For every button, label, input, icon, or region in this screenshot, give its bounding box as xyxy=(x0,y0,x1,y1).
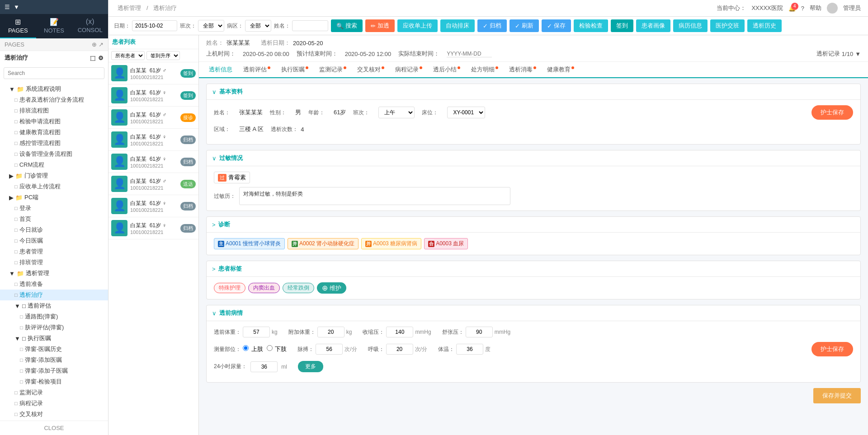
tab-education[interactable]: 健康教育 xyxy=(542,62,580,77)
list-item[interactable]: 👤 白某某 61岁 ♀ 100100218221 签到 xyxy=(108,84,198,107)
list-item[interactable]: 👤 白某某 61岁 ♀ 100100218221 归档 xyxy=(108,195,198,217)
tree-item-cross-check[interactable]: □ 交叉核对 xyxy=(0,409,108,420)
tab-case-record[interactable]: 病程记录 xyxy=(390,62,428,77)
tree-group-exec-order[interactable]: ▼ □ 执行医嘱 xyxy=(0,333,108,344)
list-item[interactable]: 👤 白某某 61岁 ♂ 100100218221 接诊 xyxy=(108,107,198,129)
tree-group-clinic[interactable]: ▶ 📁 门诊管理 xyxy=(0,170,108,181)
shift-select[interactable]: 全部 xyxy=(198,20,224,32)
upper-arm-radio[interactable] xyxy=(243,345,249,351)
more-button[interactable]: 更多 xyxy=(298,361,323,372)
bed-select[interactable]: XY-0001 xyxy=(447,107,485,118)
tree-item-workflow5[interactable]: □ 感控管理流程图 xyxy=(0,138,108,149)
tree-item-skin-eval[interactable]: □ 肤评评估(弹窗) xyxy=(0,322,108,333)
tree-item-channel-map[interactable]: □ 通路图(弹窗) xyxy=(0,311,108,322)
tree-item-workflow7[interactable]: □ CRM流程 xyxy=(0,159,108,170)
tab-pre-eval[interactable]: 透前评估 xyxy=(238,62,276,77)
tree-item-pre-dialysis[interactable]: □ 透前准备 xyxy=(0,279,108,290)
tree-item-login[interactable]: □ 登录 xyxy=(0,203,108,214)
sign-button[interactable]: 签到 xyxy=(611,19,633,32)
tree-group-pc[interactable]: ▶ 📁 PC端 xyxy=(0,192,108,203)
tree-item-workflow2[interactable]: □ 排班流程图 xyxy=(0,105,108,116)
list-item[interactable]: 👤 白某某 61岁 ♀ 100100218221 归档 xyxy=(108,217,198,239)
tree-item-test-items[interactable]: □ 弹窗-检验项目 xyxy=(0,376,108,387)
tree-group-system[interactable]: ▼ 📁 系统流程说明 xyxy=(0,84,108,94)
tab-prescription[interactable]: 处方明细 xyxy=(466,62,504,77)
tab-dialysis-info[interactable]: 透析信息 xyxy=(203,62,238,78)
tree-item-today-visit[interactable]: □ 今日就诊 xyxy=(0,225,108,235)
nurse-save-button-2[interactable]: 护士保存 xyxy=(811,342,853,356)
export-icon[interactable]: ⬚ xyxy=(90,55,95,61)
tree-item-upload[interactable]: □ 应收单上传流程 xyxy=(0,181,108,192)
shift-select[interactable]: 上午 xyxy=(378,107,415,118)
list-item[interactable]: 👤 白某某 61岁 ♀ 100100218221 归档 xyxy=(108,129,198,151)
tree-item-workflow6[interactable]: □ 设备管理业务流程图 xyxy=(0,149,108,159)
upload-button[interactable]: 应收单上传 xyxy=(397,19,438,32)
tree-item-monitor[interactable]: □ 监测记录 xyxy=(0,387,108,398)
tree-item-workflow4[interactable]: □ 健康教育流程图 xyxy=(0,127,108,138)
patient-image-button[interactable]: 患者画像 xyxy=(636,19,670,32)
tree-item-patient-mgmt[interactable]: □ 患者管理 xyxy=(0,246,108,257)
tree-item-add-order[interactable]: □ 弹窗-添加医嘱 xyxy=(0,355,108,365)
tab-cross-check[interactable]: 交叉核对 xyxy=(352,62,390,77)
list-item[interactable]: 👤 白某某 61岁 ♀ 100100218221 归档 xyxy=(108,151,198,173)
tree-group-dialysis[interactable]: ▼ 📁 透析管理 xyxy=(0,268,108,279)
breath-input[interactable] xyxy=(386,344,413,355)
tree-item-case-record[interactable]: □ 病程记录 xyxy=(0,398,108,409)
patient-filter-select[interactable]: 所有患者 xyxy=(111,51,145,60)
doctor-shift-button[interactable]: 医护交班 xyxy=(710,19,745,32)
urine-input[interactable] xyxy=(250,361,278,372)
tree-item-workflow3[interactable]: □ 检验申请流程图 xyxy=(0,116,108,127)
notification-bell[interactable]: 🔔 4 xyxy=(788,5,796,12)
tree-item-add-sub-order[interactable]: □ 弹窗-添加子医嘱 xyxy=(0,365,108,376)
systolic-input[interactable] xyxy=(386,327,413,337)
basic-section-header[interactable]: ∨ 基本资料 xyxy=(207,84,860,100)
tree-group-pre-eval[interactable]: ▼ □ 透前评估 xyxy=(0,300,108,311)
sidebar-tab-notes[interactable]: 📝 NOTES xyxy=(36,14,72,38)
sort-filter-select[interactable]: 签到升序 xyxy=(146,51,180,60)
list-item[interactable]: 👤 白某某 61岁 ♂ 100100218221 送达 xyxy=(108,173,198,195)
diastolic-input[interactable] xyxy=(466,327,493,337)
pre-dialysis-section-header[interactable]: ∨ 透前病情 xyxy=(207,305,860,321)
nurse-save-button-1[interactable]: 护士保存 xyxy=(811,105,853,120)
tree-item-today-order[interactable]: □ 今日医嘱 xyxy=(0,235,108,246)
dropdown-icon[interactable]: ▼ xyxy=(855,51,861,57)
diagnosis-section-header[interactable]: > 诊断 xyxy=(207,217,860,233)
tree-item-workflow1[interactable]: □ 患者及透析治疗业务流程 xyxy=(0,94,108,105)
sidebar-tab-console[interactable]: (x) CONSOL xyxy=(72,14,108,38)
patient-tags-section-header[interactable]: > 患者标签 xyxy=(207,261,860,277)
tab-monitor[interactable]: 监测记录 xyxy=(314,62,352,77)
search-input[interactable] xyxy=(4,67,104,79)
temp-input[interactable] xyxy=(456,344,483,355)
pulse-input[interactable] xyxy=(316,344,343,355)
lower-arm-label[interactable]: 下肢 xyxy=(267,345,287,353)
tab-post-summary[interactable]: 透后小结 xyxy=(428,62,466,77)
allergy-section-header[interactable]: ∨ 过敏情况 xyxy=(207,150,860,166)
close-sidebar[interactable]: CLOSE xyxy=(0,421,108,435)
tree-item-dialysis-treatment[interactable]: □ 透析治疗 xyxy=(0,290,108,300)
search-button[interactable]: 🔍 搜索 xyxy=(331,19,363,32)
list-item[interactable]: 👤 白某某 61岁 ♂ 100100218221 签到 xyxy=(108,62,198,84)
tab-disinfect[interactable]: 透析消毒 xyxy=(504,62,542,77)
date-input[interactable] xyxy=(132,20,177,31)
auto-bed-button[interactable]: 自动排床 xyxy=(440,19,475,32)
medical-record-button[interactable]: 病历信息 xyxy=(673,19,708,32)
refresh-button[interactable]: ✓ 刷新 xyxy=(509,19,539,32)
settings-icon[interactable]: ⚙ xyxy=(98,55,104,61)
tree-item-schedule[interactable]: □ 排班管理 xyxy=(0,257,108,268)
lower-arm-radio[interactable] xyxy=(267,345,273,351)
ward-select[interactable]: 全部 xyxy=(245,20,271,32)
save-submit-button[interactable]: 保存并提交 xyxy=(813,388,861,403)
tree-item-order-history[interactable]: □ 弹窗-医嘱历史 xyxy=(0,344,108,355)
extra-weight-input[interactable] xyxy=(317,327,344,337)
save-button[interactable]: ✓ 保存 xyxy=(542,19,571,32)
tree-item-home[interactable]: □ 首页 xyxy=(0,214,108,225)
weight-input[interactable] xyxy=(243,327,270,337)
add-tag-button[interactable]: ⊕ 维护 xyxy=(317,282,346,294)
archive-button[interactable]: ✓ 归档 xyxy=(477,19,507,32)
sidebar-tab-pages[interactable]: ⊞ PAGES xyxy=(0,14,36,38)
tab-exec-order[interactable]: 执行医嘱 xyxy=(276,62,314,77)
history-button[interactable]: 透析历史 xyxy=(747,19,782,32)
add-dialysis-button[interactable]: ✏ 加透 xyxy=(365,19,395,32)
upper-arm-label[interactable]: 上肢 xyxy=(243,345,263,353)
check-exam-button[interactable]: 检验检查 xyxy=(574,19,608,32)
